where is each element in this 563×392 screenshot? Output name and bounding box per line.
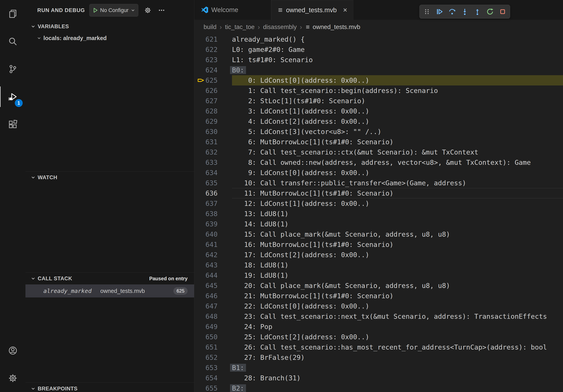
account-button[interactable]	[0, 337, 26, 364]
editor-gutter[interactable]: 640	[194, 229, 232, 239]
editor-gutter[interactable]: 638	[194, 209, 232, 219]
code-line[interactable]: 647 22: LdConst[0](address: 0x00..)	[194, 301, 563, 311]
editor-gutter[interactable]: 645	[194, 280, 232, 291]
code-line[interactable]: 636 11: MutBorrowLoc[1](ts#1#0: Scenario…	[194, 188, 563, 198]
variables-section-header[interactable]: VARIABLES	[26, 21, 194, 32]
sidebar-item-extensions[interactable]	[0, 111, 26, 138]
code-line[interactable]: 640 15: Call place_mark(&mut Scenario, a…	[194, 229, 563, 239]
editor-gutter[interactable]: 649	[194, 322, 232, 332]
debug-settings-button[interactable]	[143, 6, 152, 15]
code-line[interactable]: 621already_marked() {	[194, 34, 563, 44]
code-line[interactable]: 649 24: Pop	[194, 322, 563, 332]
editor-gutter[interactable]: 637	[194, 198, 232, 209]
code-line[interactable]: 633 8: Call owned::new(address, address,…	[194, 157, 563, 168]
stop-button[interactable]	[497, 6, 508, 17]
code-line[interactable]: 634 9: LdConst[0](address: 0x00..)	[194, 168, 563, 178]
watch-section-header[interactable]: WATCH	[26, 171, 194, 183]
settings-gear-button[interactable]	[0, 364, 26, 392]
breadcrumb-item[interactable]: build	[204, 24, 217, 31]
code-line[interactable]: 655B2:	[194, 383, 563, 392]
code-line[interactable]: 651 26: Call test_scenario::has_most_rec…	[194, 342, 563, 352]
continue-button[interactable]	[434, 6, 445, 17]
editor-gutter[interactable]: 627	[194, 96, 232, 106]
code-line[interactable]: 638 13: LdU8(1)	[194, 209, 563, 219]
editor-gutter[interactable]: 643	[194, 260, 232, 270]
code-line[interactable]: 653B1:	[194, 363, 563, 373]
editor-gutter[interactable]: 635	[194, 178, 232, 188]
editor-gutter[interactable]: 636	[194, 188, 232, 198]
breadcrumb-item[interactable]: owned_tests.mvb	[313, 24, 360, 31]
editor-gutter[interactable]: 648	[194, 311, 232, 322]
editor-gutter[interactable]: 632	[194, 147, 232, 157]
close-tab-icon[interactable]: ×	[342, 6, 348, 14]
editor-gutter[interactable]: 622	[194, 44, 232, 55]
editor-gutter[interactable]: 653	[194, 363, 232, 373]
editor-gutter[interactable]: 624	[194, 65, 232, 75]
editor-gutter[interactable]: 646	[194, 291, 232, 301]
code-line[interactable]: 627 2: StLoc[1](ts#1#0: Scenario)	[194, 96, 563, 106]
code-line[interactable]: 642 17: LdConst[2](address: 0x00..)	[194, 250, 563, 260]
code-line[interactable]: 628 3: LdConst[1](address: 0x00..)	[194, 106, 563, 116]
code-line[interactable]: 631 6: MutBorrowLoc[1](ts#1#0: Scenario)	[194, 137, 563, 147]
toolbar-gripper[interactable]	[422, 6, 432, 17]
editor-gutter[interactable]: 652	[194, 352, 232, 363]
code-line[interactable]: 624B0:	[194, 65, 563, 75]
code-line[interactable]: 646 21: MutBorrowLoc[1](ts#1#0: Scenario…	[194, 291, 563, 301]
tab-owned-tests[interactable]: owned_tests.mvb ×	[271, 0, 353, 20]
step-into-button[interactable]	[460, 6, 470, 17]
code-line[interactable]: 648 23: Call test_scenario::next_tx(&mut…	[194, 311, 563, 322]
editor-gutter[interactable]: 631	[194, 137, 232, 147]
editor-gutter[interactable]: 621	[194, 34, 232, 44]
editor-gutter[interactable]: 629	[194, 116, 232, 127]
editor-gutter[interactable]: 625	[194, 75, 232, 85]
editor-gutter[interactable]: 644	[194, 270, 232, 280]
editor-gutter[interactable]: 655	[194, 383, 232, 392]
call-stack-section-header[interactable]: CALL STACK Paused on entry	[26, 273, 194, 284]
editor-gutter[interactable]: 647	[194, 301, 232, 311]
code-line[interactable]: 635 10: Call transfer::public_transfer<G…	[194, 178, 563, 188]
code-line[interactable]: 641 16: MutBorrowLoc[1](ts#1#0: Scenario…	[194, 239, 563, 250]
editor-gutter[interactable]: 651	[194, 342, 232, 352]
code-line[interactable]: 629 4: LdConst[2](address: 0x00..)	[194, 116, 563, 127]
code-line[interactable]: 645 20: Call place_mark(&mut Scenario, a…	[194, 280, 563, 291]
editor-gutter[interactable]: 633	[194, 157, 232, 168]
code-line[interactable]: 639 14: LdU8(1)	[194, 219, 563, 229]
code-line[interactable]: 623L1: ts#1#0: Scenario	[194, 55, 563, 65]
code-line[interactable]: 637 12: LdConst[1](address: 0x00..)	[194, 198, 563, 209]
code-line[interactable]: 632 7: Call test_scenario::ctx(&mut Scen…	[194, 147, 563, 157]
tab-welcome[interactable]: Welcome	[194, 0, 271, 20]
breadcrumb-item[interactable]: disassembly	[263, 24, 297, 31]
variables-scope-row[interactable]: locals: already_marked	[26, 32, 194, 44]
step-out-button[interactable]	[472, 6, 483, 17]
breakpoints-section-header[interactable]: BREAKPOINTS	[26, 383, 194, 392]
editor-gutter[interactable]: 630	[194, 127, 232, 137]
code-line[interactable]: 643 18: LdU8(1)	[194, 260, 563, 270]
sidebar-item-explorer[interactable]	[0, 0, 26, 28]
editor-gutter[interactable]: 642	[194, 250, 232, 260]
editor-gutter[interactable]: 626	[194, 85, 232, 96]
stack-frame-row[interactable]: already_marked owned_tests.mvb 625	[26, 284, 194, 298]
sidebar-item-source-control[interactable]	[0, 55, 26, 83]
sidebar-item-search[interactable]	[0, 28, 26, 55]
editor-gutter[interactable]: 623	[194, 55, 232, 65]
sidebar-item-run-and-debug[interactable]: 1	[0, 83, 26, 111]
step-over-button[interactable]	[447, 6, 458, 17]
editor-gutter[interactable]: 641	[194, 239, 232, 250]
restart-button[interactable]	[485, 6, 495, 17]
code-line[interactable]: 644 19: LdU8(1)	[194, 270, 563, 280]
editor-gutter[interactable]: 628	[194, 106, 232, 116]
debug-config-dropdown[interactable]: No Configur	[89, 4, 138, 17]
editor-gutter[interactable]: 639	[194, 219, 232, 229]
code-line[interactable]: 625 0: LdConst[0](address: 0x00..)	[194, 75, 563, 85]
editor-gutter[interactable]: 650	[194, 332, 232, 342]
code-line[interactable]: 622L0: game#2#0: Game	[194, 44, 563, 55]
code-line[interactable]: 630 5: LdConst[3](vector<u8>: "" /..)	[194, 127, 563, 137]
more-actions-button[interactable]	[157, 6, 166, 15]
code-line[interactable]: 654 28: Branch(31)	[194, 373, 563, 383]
editor-gutter[interactable]: 634	[194, 168, 232, 178]
code-line[interactable]: 650 25: LdConst[2](address: 0x00..)	[194, 332, 563, 342]
code-line[interactable]: 652 27: BrFalse(29)	[194, 352, 563, 363]
code-line[interactable]: 626 1: Call test_scenario::begin(address…	[194, 85, 563, 96]
editor-gutter[interactable]: 654	[194, 373, 232, 383]
breadcrumb-item[interactable]: tic_tac_toe	[225, 24, 255, 31]
